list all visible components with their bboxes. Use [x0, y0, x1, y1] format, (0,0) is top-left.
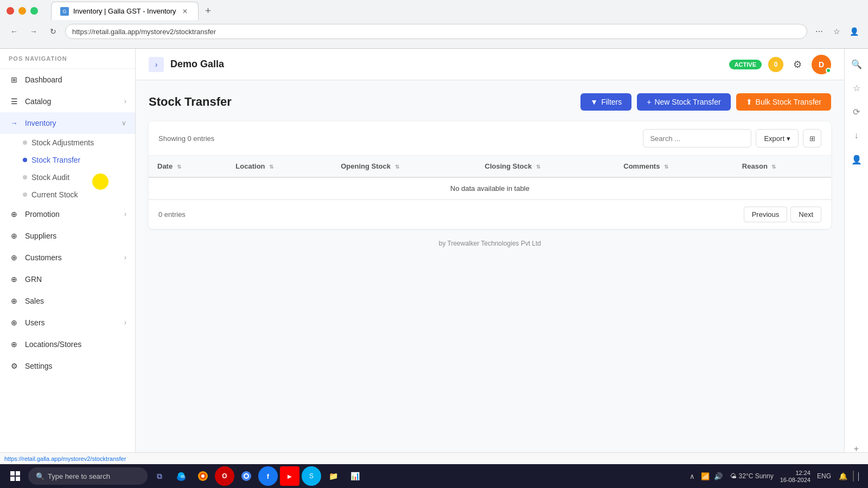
sidebar-item-label: Settings [25, 362, 126, 370]
sidebar-item-locations[interactable]: ⊕ Locations/Stores [0, 333, 135, 355]
profile-icon[interactable]: 👤 [846, 24, 861, 39]
network-icon[interactable]: 📶 [700, 471, 711, 481]
close-button[interactable] [7, 7, 14, 15]
person-right-icon[interactable]: 👤 [848, 151, 865, 168]
tab-close-button[interactable]: ✕ [181, 7, 189, 16]
table-controls: Export ▾ ⊞ [643, 129, 821, 147]
col-closing-stock[interactable]: Closing Stock ⇅ [476, 156, 615, 177]
col-comments[interactable]: Comments ⇅ [615, 156, 733, 177]
notification-badge[interactable]: 0 [768, 57, 783, 72]
settings-gear-icon[interactable]: ⚙ [790, 57, 805, 72]
sidebar-item-inventory[interactable]: → Inventory ∨ [0, 112, 135, 134]
search-input[interactable] [643, 129, 751, 147]
table-container: Showing 0 entries Export ▾ ⊞ [149, 121, 831, 229]
history-right-icon[interactable]: ⟳ [848, 103, 865, 120]
facebook-icon[interactable]: f [258, 466, 278, 486]
bulk-stock-transfer-button[interactable]: ⬆ Bulk Stock Transfer [736, 93, 831, 111]
dot-icon [23, 158, 27, 162]
firefox-icon[interactable] [193, 466, 213, 486]
language-indicator: ENG [817, 472, 831, 480]
app-icon[interactable]: 📊 [345, 466, 365, 486]
col-location-label: Location [235, 162, 265, 170]
sidebar-item-sales[interactable]: ⊕ Sales [0, 290, 135, 312]
export-button[interactable]: Export ▾ [756, 129, 799, 147]
col-date[interactable]: Date ⇅ [149, 156, 227, 177]
chevron-up-icon[interactable]: ∧ [687, 471, 698, 481]
address-bar[interactable]: https://retail.galla.app/mystorev2/stock… [65, 24, 807, 39]
notification-center-icon[interactable]: 🔔 [838, 471, 848, 481]
chrome-icon[interactable] [237, 466, 256, 486]
task-view-icon[interactable]: ⧉ [150, 466, 169, 486]
inventory-icon: → [9, 118, 20, 129]
minimize-button[interactable] [18, 7, 26, 15]
search-right-icon[interactable]: 🔍 [848, 55, 865, 73]
maximize-button[interactable] [30, 7, 38, 15]
bookmark-right-icon[interactable]: ☆ [848, 79, 865, 97]
status-url: https://retail.galla.app/mystorev2/stock… [4, 455, 126, 462]
chevron-down-icon: ∨ [122, 119, 126, 127]
sidebar-subitem-current-stock[interactable]: Current Stock [0, 186, 135, 203]
sort-icon: ⇅ [664, 164, 668, 170]
next-button[interactable]: Next [790, 207, 821, 222]
col-opening-stock[interactable]: Opening Stock ⇅ [332, 156, 476, 177]
page-actions: ▼ Filters + New Stock Transfer ⬆ Bulk St… [580, 93, 831, 111]
sidebar-item-dashboard[interactable]: ⊞ Dashboard [0, 69, 135, 91]
new-stock-transfer-button[interactable]: + New Stock Transfer [637, 93, 730, 111]
bookmark-icon[interactable]: ☆ [829, 24, 844, 39]
files-icon[interactable]: 📁 [323, 466, 343, 486]
browser-tab[interactable]: G Inventory | Galla GST - Inventory ✕ [51, 2, 199, 20]
svg-rect-3 [16, 477, 20, 481]
youtube-icon[interactable]: ▶ [280, 466, 299, 486]
plus-icon: + [647, 98, 651, 106]
entries-info: Showing 0 entries [158, 134, 214, 143]
powered-by: by Treewalker Technologies Pvt Ltd [439, 240, 541, 247]
volume-icon[interactable]: 🔊 [713, 471, 724, 481]
sort-icon: ⇅ [269, 164, 273, 170]
show-desktop-icon[interactable]: │ [853, 471, 864, 481]
avatar[interactable]: D [812, 55, 831, 74]
sidebar: POS NAVIGATION ⊞ Dashboard ☰ Catalog › →… [0, 49, 136, 488]
back-button[interactable]: ← [7, 24, 22, 39]
edge-icon[interactable] [171, 466, 191, 486]
previous-button[interactable]: Previous [744, 207, 788, 222]
sidebar-subitem-stock-transfer[interactable]: Stock Transfer [0, 151, 135, 169]
sidebar-item-label: Inventory [25, 119, 116, 127]
sidebar-subitem-label: Stock Audit [31, 173, 69, 182]
download-right-icon[interactable]: ↓ [848, 127, 865, 144]
new-stock-transfer-label: New Stock Transfer [654, 98, 720, 106]
new-tab-button[interactable]: + [201, 3, 216, 18]
url-text: https://retail.galla.app/mystorev2/stock… [72, 28, 800, 36]
sidebar-item-label: Locations/Stores [25, 340, 126, 349]
extensions-icon[interactable]: ⋯ [812, 24, 827, 39]
grid-view-button[interactable]: ⊞ [803, 129, 821, 147]
opera-icon[interactable]: O [215, 466, 234, 486]
filters-button[interactable]: ▼ Filters [580, 93, 631, 111]
sidebar-item-catalog[interactable]: ☰ Catalog › [0, 91, 135, 112]
page-content: Stock Transfer ▼ Filters + New Stock Tra… [136, 80, 844, 260]
forward-button[interactable]: → [26, 24, 41, 39]
col-location[interactable]: Location ⇅ [227, 156, 332, 177]
sidebar-item-users[interactable]: ⊕ Users › [0, 312, 135, 333]
sort-icon: ⇅ [177, 164, 181, 170]
users-icon: ⊕ [9, 317, 20, 328]
sidebar-item-settings[interactable]: ⚙ Settings [0, 355, 135, 377]
start-button[interactable] [4, 465, 26, 487]
table-toolbar: Showing 0 entries Export ▾ ⊞ [149, 121, 831, 156]
col-reason[interactable]: Reason ⇅ [733, 156, 831, 177]
reload-button[interactable]: ↻ [46, 24, 61, 39]
sidebar-subitem-stock-adjustments[interactable]: Stock Adjustments [0, 134, 135, 151]
export-label: Export [764, 134, 784, 143]
sidebar-item-grn[interactable]: ⊕ GRN [0, 268, 135, 290]
taskbar-search[interactable]: 🔍 Type here to search [28, 467, 148, 485]
sidebar-subitem-stock-audit[interactable]: Stock Audit [0, 169, 135, 186]
skype-icon[interactable]: S [302, 466, 321, 486]
sidebar-subitem-label: Stock Transfer [31, 156, 80, 164]
sidebar-item-customers[interactable]: ⊕ Customers › [0, 247, 135, 268]
sidebar-item-label: Users [25, 318, 119, 327]
sidebar-item-promotion[interactable]: ⊕ Promotion › [0, 203, 135, 225]
svg-point-6 [181, 475, 185, 478]
col-reason-label: Reason [742, 162, 768, 170]
sidebar-item-suppliers[interactable]: ⊕ Suppliers [0, 225, 135, 247]
sidebar-item-label: GRN [25, 275, 126, 284]
sidebar-toggle-button[interactable]: › [149, 57, 164, 72]
